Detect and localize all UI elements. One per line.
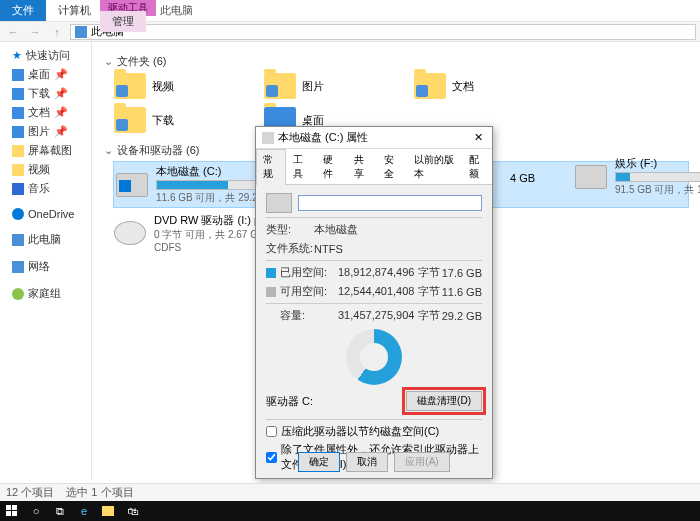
dvd-icon <box>114 221 146 245</box>
pin-icon: 📌 <box>54 68 68 81</box>
start-button[interactable] <box>0 501 24 521</box>
tab-previous[interactable]: 以前的版本 <box>407 149 462 184</box>
network-icon <box>12 261 24 273</box>
sidebar-documents[interactable]: 文档📌 <box>0 103 91 122</box>
picture-icon <box>12 126 24 138</box>
chevron-down-icon: ⌄ <box>104 144 113 157</box>
document-icon <box>12 107 24 119</box>
drive-label-input[interactable] <box>298 195 482 211</box>
drive-icon <box>116 173 148 197</box>
nav-sidebar: ★快速访问 桌面📌 下载📌 文档📌 图片📌 屏幕截图 视频 音乐 OneDriv… <box>0 42 92 480</box>
forward-button[interactable]: → <box>26 23 44 41</box>
status-selected: 选中 1 个项目 <box>66 485 133 500</box>
usage-donut-chart <box>346 329 402 385</box>
tab-tools[interactable]: 工具 <box>286 149 316 184</box>
star-icon: ★ <box>12 49 22 62</box>
drive-letter-label: 驱动器 C: <box>266 394 313 409</box>
sidebar-homegroup[interactable]: 家庭组 <box>0 284 91 303</box>
homegroup-icon <box>12 288 24 300</box>
cancel-button[interactable]: 取消 <box>346 452 388 472</box>
compress-checkbox[interactable]: 压缩此驱动器以节约磁盘空间(C) <box>266 424 482 439</box>
folder-videos[interactable]: 视频 <box>114 73 244 99</box>
desktop-icon <box>12 69 24 81</box>
tab-sharing[interactable]: 共享 <box>347 149 377 184</box>
fs-label: 文件系统: <box>266 241 314 256</box>
tab-security[interactable]: 安全 <box>377 149 407 184</box>
svg-rect-3 <box>12 511 17 516</box>
up-button[interactable]: ↑ <box>48 23 66 41</box>
onedrive-icon <box>12 208 24 220</box>
folder-icon <box>12 164 24 176</box>
ok-button[interactable]: 确定 <box>298 452 340 472</box>
back-button[interactable]: ← <box>4 23 22 41</box>
chevron-down-icon: ⌄ <box>104 55 113 68</box>
svg-rect-1 <box>12 505 17 510</box>
ribbon-file[interactable]: 文件 <box>0 0 46 21</box>
folder-icon <box>414 73 446 99</box>
pc-icon <box>12 234 24 246</box>
drive-name: 娱乐 (F:) <box>615 156 700 171</box>
tab-hardware[interactable]: 硬件 <box>316 149 346 184</box>
folder-pictures[interactable]: 图片 <box>264 73 394 99</box>
free-bytes: 12,544,401,408 字节 <box>338 284 440 299</box>
used-color-swatch <box>266 268 276 278</box>
used-bytes: 18,912,874,496 字节 <box>338 265 440 280</box>
drive-icon <box>266 193 292 213</box>
pin-icon: 📌 <box>54 87 68 100</box>
status-item-count: 12 个项目 <box>6 485 54 500</box>
tab-general[interactable]: 常规 <box>256 149 286 185</box>
drive-f[interactable]: 娱乐 (F:) 91.5 GB 可用，共 104 GB <box>575 156 700 197</box>
disk-cleanup-button[interactable]: 磁盘清理(D) <box>406 391 482 411</box>
free-label: 可用空间: <box>280 284 328 299</box>
sidebar-thispc[interactable]: 此电脑 <box>0 230 91 249</box>
sidebar-quick-access[interactable]: ★快速访问 <box>0 46 91 65</box>
music-icon <box>12 183 24 195</box>
edge-icon[interactable]: e <box>72 501 96 521</box>
tab-quota[interactable]: 配额 <box>462 149 492 184</box>
address-bar[interactable]: 此电脑 <box>70 24 696 40</box>
folder-downloads[interactable]: 下载 <box>114 107 244 133</box>
pin-icon: 📌 <box>54 106 68 119</box>
folders-header[interactable]: ⌄文件夹 (6) <box>104 54 688 69</box>
properties-dialog: 本地磁盘 (C:) 属性 ✕ 常规 工具 硬件 共享 安全 以前的版本 配额 类… <box>255 126 493 479</box>
free-color-swatch <box>266 287 276 297</box>
sidebar-videos[interactable]: 视频 <box>0 160 91 179</box>
window-title: 此电脑 <box>160 3 193 18</box>
download-icon <box>12 88 24 100</box>
used-gb: 17.6 GB <box>442 267 482 279</box>
folder-icon <box>114 107 146 133</box>
folder-icon <box>12 145 24 157</box>
cortana-icon[interactable]: ○ <box>24 501 48 521</box>
capacity-label: 容量: <box>280 308 328 323</box>
folder-icon <box>114 73 146 99</box>
used-label: 已用空间: <box>280 265 328 280</box>
dialog-title: 本地磁盘 (C:) 属性 <box>278 130 368 145</box>
dialog-titlebar[interactable]: 本地磁盘 (C:) 属性 ✕ <box>256 127 492 149</box>
sidebar-desktop[interactable]: 桌面📌 <box>0 65 91 84</box>
sidebar-network[interactable]: 网络 <box>0 257 91 276</box>
ribbon-manage[interactable]: 管理 <box>100 11 146 32</box>
pc-icon <box>75 26 87 38</box>
sidebar-pictures[interactable]: 图片📌 <box>0 122 91 141</box>
svg-rect-0 <box>6 505 11 510</box>
capacity-gb: 29.2 GB <box>442 310 482 322</box>
store-icon[interactable]: 🛍 <box>120 501 144 521</box>
folder-documents[interactable]: 文档 <box>414 73 544 99</box>
sidebar-music[interactable]: 音乐 <box>0 179 91 198</box>
dialog-tabs: 常规 工具 硬件 共享 安全 以前的版本 配额 <box>256 149 492 185</box>
pin-icon: 📌 <box>54 125 68 138</box>
folder-icon <box>264 73 296 99</box>
apply-button[interactable]: 应用(A) <box>394 452 449 472</box>
ribbon-computer[interactable]: 计算机 <box>46 0 103 21</box>
fs-value: NTFS <box>314 243 343 255</box>
sidebar-downloads[interactable]: 下载📌 <box>0 84 91 103</box>
drive-icon <box>262 132 274 144</box>
sidebar-onedrive[interactable]: OneDrive <box>0 206 91 222</box>
explorer-icon[interactable] <box>96 501 120 521</box>
drive-subtext: 91.5 GB 可用，共 104 GB <box>615 183 700 197</box>
free-gb: 11.6 GB <box>442 286 482 298</box>
close-icon[interactable]: ✕ <box>470 131 486 144</box>
taskview-icon[interactable]: ⧉ <box>48 501 72 521</box>
sidebar-screenshots[interactable]: 屏幕截图 <box>0 141 91 160</box>
capacity-bytes: 31,457,275,904 字节 <box>338 308 440 323</box>
